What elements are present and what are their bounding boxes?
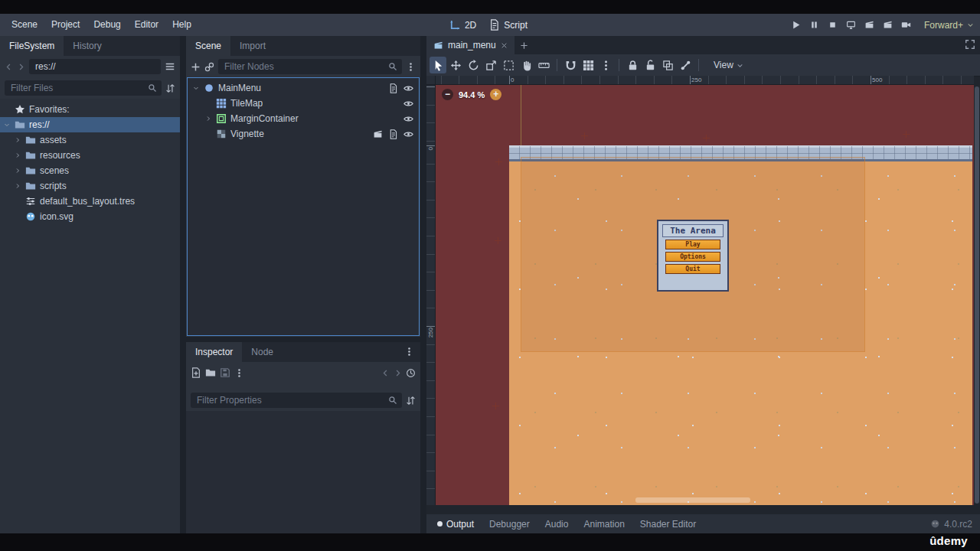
bottom-tab-output[interactable]: Output <box>430 519 482 530</box>
scene-tab-import[interactable]: Import <box>230 36 275 56</box>
renderer-select[interactable]: Forward+ <box>924 20 974 31</box>
expander[interactable] <box>3 122 11 128</box>
scene-node-margincontainer[interactable]: MarginContainer <box>188 111 419 126</box>
play-button[interactable] <box>788 17 805 34</box>
history-back-icon[interactable] <box>381 369 390 377</box>
expander[interactable] <box>14 152 21 158</box>
fs-item-scripts[interactable]: scripts <box>0 178 180 194</box>
skeleton-tool[interactable] <box>677 57 694 73</box>
menu-help[interactable]: Help <box>165 14 198 36</box>
bottom-tab-shader-editor[interactable]: Shader Editor <box>632 519 704 530</box>
filesystem-tab-history[interactable]: History <box>64 36 110 56</box>
visibility-icon[interactable] <box>403 114 413 124</box>
grid-snap-tool[interactable] <box>580 57 596 73</box>
horizontal-scrollbar[interactable] <box>635 497 750 503</box>
play-custom-button[interactable] <box>880 17 897 34</box>
instance-scene-icon[interactable] <box>204 62 214 72</box>
resource-menu-icon[interactable] <box>234 368 244 378</box>
ruler-tool[interactable] <box>535 57 552 73</box>
scene-menu-icon[interactable] <box>406 62 416 72</box>
script-icon[interactable] <box>388 83 398 93</box>
view-menu-button[interactable]: View <box>709 60 748 70</box>
expander[interactable] <box>14 137 21 143</box>
workspace-script[interactable]: Script <box>488 19 528 31</box>
scene-tab-main-menu[interactable]: main_menu <box>426 36 514 54</box>
distraction-free-icon[interactable] <box>965 39 975 50</box>
visibility-icon[interactable] <box>403 83 413 93</box>
forward-icon[interactable] <box>17 63 25 71</box>
filesystem-tab-filesystem[interactable]: FileSystem <box>0 36 64 56</box>
lock-tool[interactable] <box>624 57 641 73</box>
filter-properties-field[interactable] <box>191 393 402 408</box>
visibility-icon[interactable] <box>403 129 413 139</box>
fs-item-icon-svg[interactable]: icon.svg <box>0 209 180 224</box>
visibility-icon[interactable] <box>403 99 413 109</box>
stop-button[interactable] <box>825 17 841 34</box>
new-scene-tab-button[interactable] <box>514 36 534 54</box>
bottom-tab-animation[interactable]: Animation <box>576 519 632 530</box>
expander[interactable] <box>14 183 21 189</box>
menu-project[interactable]: Project <box>44 14 87 36</box>
expander[interactable] <box>192 85 200 91</box>
remote-play-button[interactable] <box>843 17 860 34</box>
zoom-out-button[interactable]: − <box>442 89 453 100</box>
box-select-tool[interactable] <box>500 57 517 73</box>
inspector-dock-menu-icon[interactable] <box>404 347 414 357</box>
pause-button[interactable] <box>806 17 823 34</box>
zoom-in-button[interactable]: + <box>490 89 501 100</box>
smart-snap-tool[interactable] <box>562 57 579 73</box>
workspace-2d[interactable]: 2D <box>449 19 476 31</box>
new-resource-icon[interactable] <box>191 367 201 378</box>
scene-tab-scene[interactable]: Scene <box>186 36 230 56</box>
fs-item-favorites[interactable]: Favorites: <box>0 102 180 117</box>
scale-tool[interactable] <box>482 57 499 73</box>
inspector-tab-node[interactable]: Node <box>242 342 283 362</box>
history-forward-icon[interactable] <box>394 369 402 377</box>
group-tool[interactable] <box>659 57 676 73</box>
load-resource-icon[interactable] <box>205 367 216 378</box>
scene-node-vignette[interactable]: Vignette <box>188 126 419 142</box>
fs-item-resources[interactable]: resources <box>0 148 180 163</box>
script-icon[interactable] <box>388 129 398 139</box>
scrollbar-thumb[interactable] <box>975 86 979 504</box>
filter-nodes-input[interactable] <box>223 60 385 73</box>
add-node-icon[interactable] <box>191 62 201 72</box>
expander[interactable] <box>14 168 21 174</box>
cursor-tool[interactable] <box>430 57 446 73</box>
inspector-tab-inspector[interactable]: Inspector <box>186 342 242 362</box>
back-icon[interactable] <box>5 63 13 71</box>
fs-item-default-bus-layout-tres[interactable]: default_bus_layout.tres <box>0 194 180 209</box>
menu-debug[interactable]: Debug <box>87 14 127 36</box>
pan-tool[interactable] <box>518 57 534 73</box>
filter-files-field[interactable] <box>5 80 162 96</box>
sort-files-icon[interactable] <box>165 83 175 93</box>
path-field[interactable] <box>29 59 161 74</box>
menu-editor[interactable]: Editor <box>128 14 165 36</box>
fs-item-res[interactable]: res:// <box>0 117 180 132</box>
close-icon[interactable] <box>501 42 508 49</box>
play-scene-button[interactable] <box>861 17 878 34</box>
2d-canvas[interactable]: The Arena PlayOptionsQuit − 94.4 % + <box>436 85 974 505</box>
unlock-tool[interactable] <box>642 57 658 73</box>
rotate-tool[interactable] <box>465 57 482 73</box>
filter-sort-icon[interactable] <box>406 396 416 406</box>
bottom-tab-debugger[interactable]: Debugger <box>482 519 537 530</box>
toggle-split-mode-icon[interactable] <box>165 61 175 72</box>
filter-files-input[interactable] <box>9 82 145 94</box>
path-input[interactable] <box>34 60 156 73</box>
save-resource-icon[interactable] <box>220 367 230 378</box>
menu-scene[interactable]: Scene <box>5 14 44 36</box>
filter-nodes-field[interactable] <box>218 59 402 74</box>
scene-node-tilemap[interactable]: TileMap <box>188 96 419 111</box>
movie-mode-button[interactable] <box>898 17 915 34</box>
fs-item-scenes[interactable]: scenes <box>0 163 180 178</box>
bottom-tab-audio[interactable]: Audio <box>537 519 577 530</box>
filter-properties-input[interactable] <box>195 394 385 406</box>
expander[interactable] <box>204 116 212 122</box>
zoom-level[interactable]: 94.4 % <box>459 90 485 99</box>
scene-node-mainmenu[interactable]: MainMenu <box>188 80 419 96</box>
fs-item-assets[interactable]: assets <box>0 132 180 148</box>
snap-options-tool[interactable] <box>597 57 614 73</box>
clap-icon[interactable] <box>373 129 383 139</box>
move-tool[interactable] <box>447 57 464 73</box>
